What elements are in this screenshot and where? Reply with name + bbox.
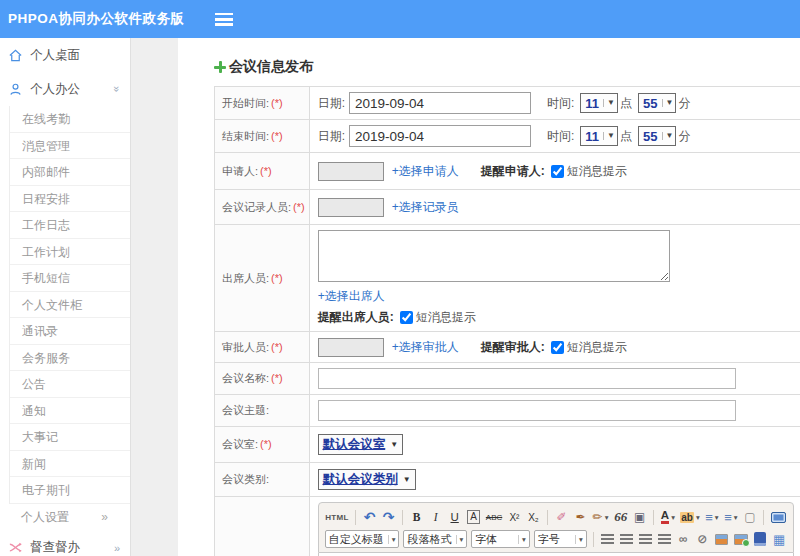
remind-attendee-label: 提醒出席人员:: [318, 309, 394, 326]
row-start-time: 开始时间:(*) 日期: 时间: 11▼ 点 55▼ 分: [215, 87, 800, 120]
upload-image-icon[interactable]: [732, 530, 750, 549]
font-border-icon[interactable]: A: [467, 510, 480, 524]
sidebar-item-settings[interactable]: 个人设置 »: [0, 504, 130, 531]
heading-style-select[interactable]: 自定义标题▾: [325, 530, 400, 548]
sidebar-submenu-item[interactable]: 公告: [10, 371, 130, 398]
sidebar-submenu-item[interactable]: 会务服务: [10, 345, 130, 372]
sms-label: 短消息提示: [567, 339, 627, 356]
remove-link-icon[interactable]: ⊘: [694, 530, 711, 549]
bold-icon[interactable]: B: [408, 508, 425, 527]
undo-icon[interactable]: ↶: [361, 508, 378, 527]
meeting-topic-input[interactable]: [318, 400, 736, 421]
row-meeting-name: 会议名称:(*): [215, 363, 800, 395]
sidebar-item-desktop[interactable]: 个人桌面: [0, 38, 130, 72]
insert-image-icon[interactable]: [713, 530, 731, 549]
minute-unit: 分: [678, 95, 690, 112]
align-center-icon[interactable]: [618, 530, 635, 549]
sidebar-submenu-item[interactable]: 个人文件柜: [10, 292, 130, 319]
sidebar-submenu-item[interactable]: 日程安排: [10, 186, 130, 213]
sidebar-item-label: 个人桌面: [30, 47, 80, 64]
end-hour-select[interactable]: 11▼: [580, 126, 618, 146]
unordered-list-icon[interactable]: ≡▾: [722, 508, 739, 527]
font-color-icon[interactable]: A▾: [659, 508, 677, 527]
superscript-icon[interactable]: X²: [506, 508, 523, 527]
field-label: 会议主题:: [222, 404, 269, 416]
approver-input[interactable]: [318, 338, 384, 357]
user-icon: [8, 82, 23, 97]
insert-video-icon[interactable]: [752, 530, 769, 549]
field-label: 审批人员:: [222, 341, 269, 353]
applicant-input[interactable]: [318, 162, 384, 181]
field-label: 会议类别:: [222, 473, 269, 485]
meeting-category-select[interactable]: 默认会议类别▼: [318, 469, 416, 490]
sidebar-submenu-item[interactable]: 通知: [10, 398, 130, 425]
sidebar-submenu-item[interactable]: 在线考勤: [10, 106, 130, 133]
sidebar-item-supervise[interactable]: 督查督办 »: [0, 531, 130, 556]
page-title: 会议信息发布: [214, 58, 800, 76]
format-painter-icon[interactable]: ✏▾: [591, 508, 610, 527]
attendee-sms-checkbox[interactable]: [400, 311, 413, 324]
paste-text-icon[interactable]: ▣: [631, 508, 648, 527]
sidebar-submenu-item[interactable]: 电子期刊: [10, 477, 130, 504]
sidebar-submenu-item[interactable]: 手机短信: [10, 265, 130, 292]
sms-label: 短消息提示: [416, 309, 476, 326]
applicant-sms-checkbox[interactable]: [551, 165, 564, 178]
redo-icon[interactable]: ↷: [380, 508, 397, 527]
chevron-down-icon: ▾: [388, 535, 396, 544]
fullscreen-icon[interactable]: [769, 508, 787, 527]
row-end-time: 结束时间:(*) 日期: 时间: 11▼ 点 55▼ 分: [215, 120, 800, 153]
sidebar-submenu-item[interactable]: 大事记: [10, 424, 130, 451]
align-left-icon[interactable]: [599, 530, 616, 549]
chevron-down-icon: ▾: [671, 513, 675, 522]
row-recorder: 会议记录人员:(*) +选择记录员: [215, 190, 800, 225]
font-family-select[interactable]: 字体▾: [471, 530, 529, 548]
font-size-select[interactable]: 字号▾: [534, 530, 587, 548]
eraser-icon[interactable]: ✐: [553, 508, 570, 527]
sidebar-submenu-item[interactable]: 消息管理: [10, 133, 130, 160]
approver-sms-checkbox[interactable]: [551, 341, 564, 354]
field-label: 申请人:: [222, 165, 258, 177]
align-justify-icon[interactable]: [656, 530, 673, 549]
chevron-right-icon: »: [101, 510, 108, 524]
sidebar-item-label: 个人设置: [21, 509, 69, 526]
highlight-color-icon[interactable]: ab▾: [679, 508, 702, 527]
field-label: 结束时间:: [222, 130, 269, 142]
chevron-down-icon: ▾: [575, 535, 583, 544]
start-date-input[interactable]: [349, 92, 531, 114]
new-page-icon[interactable]: ▢: [741, 508, 758, 527]
pick-recorder-link[interactable]: +选择记录员: [392, 199, 459, 216]
subscript-icon[interactable]: X₂: [525, 508, 542, 527]
end-minute-select[interactable]: 55▼: [638, 126, 676, 146]
strikethrough-icon[interactable]: ABC: [484, 508, 504, 527]
pick-attendee-link[interactable]: +选择出席人: [318, 289, 385, 303]
italic-icon[interactable]: I: [427, 508, 444, 527]
meeting-room-select[interactable]: 默认会议室▼: [318, 434, 403, 455]
meeting-name-input[interactable]: [318, 368, 736, 389]
end-date-input[interactable]: [349, 125, 531, 147]
recorder-input[interactable]: [318, 198, 384, 217]
sidebar-submenu-item[interactable]: 工作计划: [10, 239, 130, 266]
insert-link-icon[interactable]: ∞: [675, 530, 692, 549]
sidebar-submenu-item[interactable]: 内部邮件: [10, 159, 130, 186]
chevron-down-icon: ▼: [603, 132, 615, 140]
format-brush-icon[interactable]: ✒: [572, 508, 589, 527]
underline-icon[interactable]: U: [446, 508, 463, 527]
html-source-button[interactable]: HTML: [324, 508, 351, 527]
hamburger-menu-icon[interactable]: [215, 13, 233, 26]
blockquote-icon[interactable]: 66: [612, 508, 629, 527]
start-hour-select[interactable]: 11▼: [580, 93, 618, 113]
sidebar-item-office[interactable]: 个人办公 »: [0, 72, 130, 106]
row-meeting-room: 会议室:(*) 默认会议室▼: [215, 427, 800, 463]
insert-table-icon[interactable]: ▦: [771, 530, 788, 549]
pick-applicant-link[interactable]: +选择申请人: [392, 163, 459, 180]
sidebar-submenu-item[interactable]: 通讯录: [10, 318, 130, 345]
sidebar-submenu-item[interactable]: 工作日志: [10, 212, 130, 239]
ordered-list-icon[interactable]: ≡▾: [703, 508, 720, 527]
pick-approver-link[interactable]: +选择审批人: [392, 339, 459, 356]
sidebar-submenu-item[interactable]: 新闻: [10, 451, 130, 478]
required-mark: (*): [260, 165, 272, 177]
start-minute-select[interactable]: 55▼: [638, 93, 676, 113]
align-right-icon[interactable]: [637, 530, 654, 549]
attendees-textarea[interactable]: [318, 230, 670, 282]
paragraph-format-select[interactable]: 段落格式▾: [403, 530, 467, 548]
